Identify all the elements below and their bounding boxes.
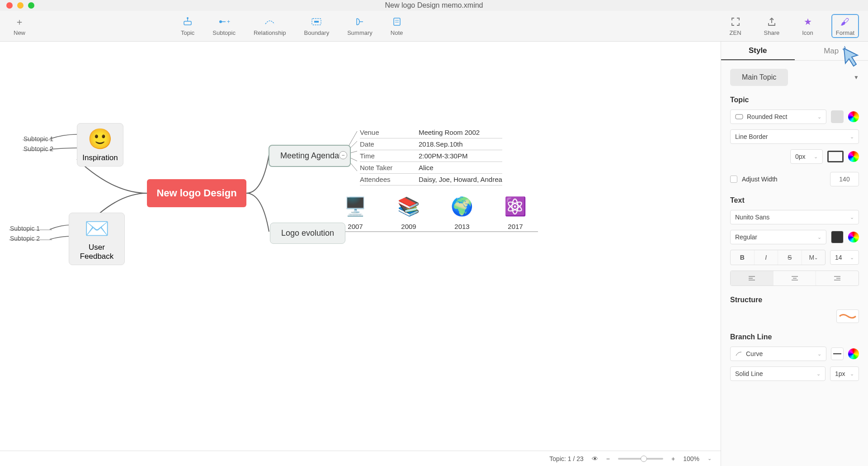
atom-icon: ⚛️ (505, 195, 526, 217)
align-left-button[interactable] (731, 271, 774, 285)
logo-timeline: 🖥️ 2007 📚 2009 🌍 2013 ⚛️ 2017 (344, 195, 526, 230)
zoom-out-button[interactable]: − (606, 455, 610, 462)
subtopic-node[interactable]: Subtopic 2 (10, 235, 40, 242)
collapse-handle[interactable]: − (339, 151, 347, 159)
text-color-swatch[interactable] (831, 231, 844, 243)
fill-swatch[interactable] (831, 110, 844, 123)
window-title: New logo Design memo.xmind (385, 1, 483, 10)
fullscreen-icon (731, 16, 741, 28)
zen-button[interactable]: ZEN (725, 14, 746, 38)
branch-shape-select[interactable]: Curve ⌄ (730, 347, 826, 361)
table-row[interactable]: Date2018.Sep.10th (360, 138, 502, 150)
close-icon[interactable] (6, 2, 13, 9)
section-topic: Topic (730, 96, 859, 104)
font-select[interactable]: Nunito Sans⌄ (730, 210, 859, 224)
chevron-down-icon[interactable]: ▼ (854, 74, 859, 81)
star-icon: ★ (804, 16, 812, 28)
subtopic-node[interactable]: Subtopic 1 (10, 225, 40, 232)
topic-inspiration[interactable]: 🙂 Inspiration (77, 123, 123, 166)
align-center-button[interactable] (774, 271, 816, 285)
italic-button[interactable]: I (755, 250, 778, 265)
svg-text:+: + (227, 19, 230, 25)
topic-level-chip[interactable]: Main Topic (730, 69, 788, 86)
section-structure: Structure (730, 296, 859, 304)
minimize-icon[interactable] (17, 2, 24, 9)
svg-rect-7 (314, 21, 319, 23)
timeline-item[interactable]: 🖥️ 2007 (344, 195, 366, 230)
timeline-item[interactable]: ⚛️ 2017 (505, 195, 526, 230)
relationship-button[interactable]: Relationship (249, 14, 291, 38)
envelope-icon: ✉️ (85, 217, 109, 240)
zoom-in-button[interactable]: + (671, 455, 675, 462)
adjust-width-input[interactable] (830, 172, 859, 186)
subtopic-node[interactable]: Subtopic 2 (24, 145, 53, 152)
agenda-table: VenueMeeting Room 2002 Date2018.Sep.10th… (360, 127, 502, 185)
strike-button[interactable]: S (778, 250, 802, 265)
new-button[interactable]: ＋ New (9, 14, 30, 38)
relationship-icon (264, 16, 276, 28)
topic-button[interactable]: Topic (176, 14, 199, 38)
subtopic-button[interactable]: + Subtopic (208, 14, 240, 38)
topic-icon (182, 16, 193, 28)
table-row[interactable]: Time2:00PM-3:30PM (360, 150, 502, 162)
tab-map[interactable]: Map (795, 42, 868, 60)
line-width-select[interactable]: 1px⌄ (830, 366, 859, 381)
plus-icon: ＋ (15, 16, 24, 28)
tab-style[interactable]: Style (721, 42, 795, 60)
topic-meeting-agenda[interactable]: Meeting Agenda (269, 145, 351, 167)
note-icon (392, 16, 401, 28)
subtopic-node[interactable]: Subtopic 1 (24, 135, 53, 143)
svg-rect-0 (184, 21, 191, 25)
summary-icon (355, 16, 365, 28)
bold-button[interactable]: B (731, 250, 755, 265)
svg-point-3 (219, 20, 222, 23)
table-row[interactable]: VenueMeeting Room 2002 (360, 127, 502, 138)
border-select[interactable]: Line Border⌄ (730, 129, 859, 144)
toolbar: ＋ New Topic + Subtopic Relationship Boun… (0, 11, 868, 42)
timeline-item[interactable]: 🌍 2013 (451, 195, 473, 230)
chevron-down-icon[interactable]: ⌄ (708, 456, 712, 461)
font-size-select[interactable]: 14⌄ (830, 250, 859, 265)
share-icon (767, 16, 776, 28)
color-picker-icon[interactable] (848, 111, 859, 122)
svg-rect-18 (736, 114, 743, 119)
case-button[interactable]: M ⌄ (802, 250, 826, 265)
svg-point-2 (187, 17, 189, 19)
section-branch: Branch Line (730, 333, 859, 341)
adjust-width-label: Adjust Width (742, 176, 778, 183)
adjust-width-checkbox[interactable] (730, 176, 737, 183)
brush-icon: 🖌 (840, 16, 849, 28)
line-preview[interactable] (831, 347, 844, 360)
line-style-select[interactable]: Solid Line⌄ (730, 366, 826, 381)
shape-select[interactable]: Rounded Rect ⌄ (730, 109, 826, 124)
maximize-icon[interactable] (28, 2, 34, 9)
zoom-slider[interactable] (618, 458, 663, 460)
color-picker-icon[interactable] (848, 232, 859, 243)
table-row[interactable]: Note TakerAlice (360, 162, 502, 174)
color-picker-icon[interactable] (848, 348, 859, 359)
color-picker-icon[interactable] (848, 151, 859, 162)
table-row[interactable]: AttendeesDaisy, Joe, Howard, Andrea (360, 174, 502, 185)
boundary-button[interactable]: Boundary (300, 14, 334, 38)
border-preview[interactable] (827, 151, 844, 162)
icon-panel-button[interactable]: ★ Icon (797, 14, 818, 38)
structure-select[interactable] (836, 309, 859, 323)
topic-logo-evolution[interactable]: Logo evolution (270, 223, 345, 244)
topic-user-feedback[interactable]: ✉️ User Feedback (69, 213, 125, 265)
mindmap-canvas[interactable]: New logo Design 🙂 Inspiration Subtopic 1… (0, 42, 721, 466)
titlebar: New logo Design memo.xmind (0, 0, 868, 11)
timeline-item[interactable]: 📚 2009 (398, 195, 420, 230)
globe-icon: 🌍 (451, 195, 473, 217)
topic-label: User Feedback (78, 243, 115, 261)
summary-button[interactable]: Summary (343, 14, 377, 38)
central-topic[interactable]: New logo Design (147, 179, 246, 207)
align-right-button[interactable] (816, 271, 859, 285)
format-panel: Style Map Main Topic ▼ Topic Rounded Rec… (721, 42, 868, 466)
svg-rect-8 (394, 18, 400, 25)
share-button[interactable]: Share (760, 14, 784, 38)
note-button[interactable]: Note (386, 14, 407, 38)
eye-icon[interactable]: 👁 (592, 455, 598, 462)
font-weight-select[interactable]: Regular⌄ (730, 230, 826, 244)
border-width-select[interactable]: 0px⌄ (790, 149, 823, 164)
format-panel-button[interactable]: 🖌 Format (831, 14, 859, 38)
